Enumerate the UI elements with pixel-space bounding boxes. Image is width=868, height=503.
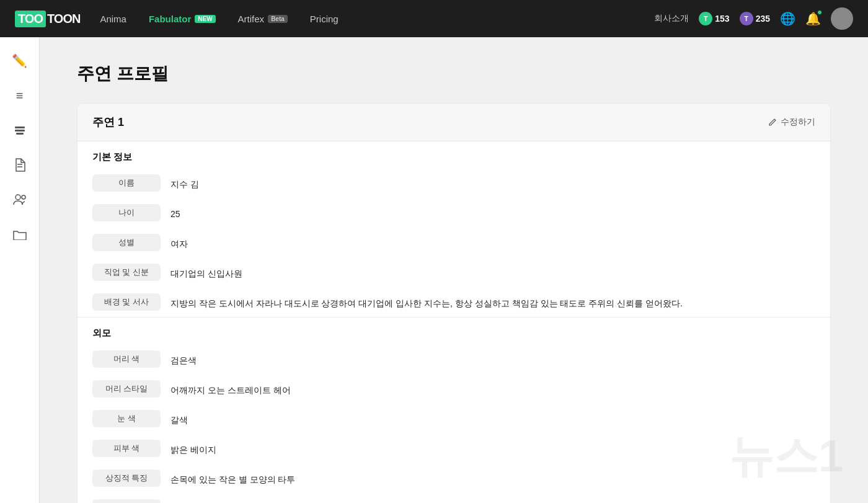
- field-value-name: 지수 김: [170, 174, 199, 191]
- logo[interactable]: TOO TOON: [15, 11, 80, 27]
- field-eye-color: 눈 색 갈색: [78, 404, 830, 434]
- logo-too: TOO: [15, 11, 46, 27]
- character-card: 주연 1 수정하기 기본 정보 이름 지수 김 나이 25: [77, 103, 831, 503]
- nav-pricing[interactable]: Pricing: [310, 14, 339, 24]
- badge-beta: Beta: [268, 15, 288, 23]
- nav-links: Anima Fabulator NEW Artifex Beta Pricing: [100, 14, 634, 24]
- field-label-eye-color: 눈 색: [92, 410, 161, 427]
- field-value-eye-color: 갈색: [170, 410, 188, 427]
- field-label-skin-color: 피부 색: [92, 440, 161, 457]
- sidebar-pencil-icon[interactable]: ✏️: [9, 50, 31, 72]
- field-skin-color: 피부 색 밝은 베이지: [78, 434, 830, 463]
- main-content: 주연 프로필 주연 1 수정하기 기본 정보 이름 지수 김: [40, 37, 868, 503]
- basic-info-section: 기본 정보 이름 지수 김 나이 25 성별 여자 직업 및 신분 대기업의 신…: [78, 141, 830, 318]
- field-value-gender: 여자: [170, 234, 188, 251]
- badge-new: NEW: [195, 15, 215, 23]
- field-label-hair-color: 머리 색: [92, 350, 161, 368]
- sidebar-list-icon[interactable]: ≡: [9, 84, 31, 107]
- field-hair-color: 머리 색 검은색: [78, 344, 830, 374]
- field-label-background: 배경 및 서사: [92, 293, 161, 311]
- field-label-hair-style: 머리 스타일: [92, 380, 161, 398]
- field-value-outfit: 깔끔하고 단정한 비즈니스 캐주얼: [170, 499, 299, 503]
- field-value-distinctive: 손목에 있는 작은 별 모양의 타투: [170, 470, 295, 486]
- field-age: 나이 25: [78, 198, 830, 228]
- card-header: 주연 1 수정하기: [78, 104, 830, 141]
- sidebar-file-icon[interactable]: [9, 154, 31, 176]
- token2-badge: T 235: [740, 12, 770, 25]
- svg-point-5: [16, 195, 20, 200]
- notification-dot: [817, 10, 822, 15]
- page-title: 주연 프로필: [77, 62, 831, 86]
- basic-info-title: 기본 정보: [78, 141, 830, 168]
- nav-anima[interactable]: Anima: [100, 14, 126, 24]
- appearance-title: 외모: [78, 318, 830, 344]
- token1-badge: T 153: [699, 12, 729, 25]
- pencil-icon: [768, 118, 777, 127]
- nav-artifex[interactable]: Artifex Beta: [238, 14, 288, 24]
- logo-toon: TOON: [47, 12, 80, 26]
- field-occupation: 직업 및 신분 대기업의 신입사원: [78, 257, 830, 287]
- globe-icon[interactable]: 🌐: [780, 11, 795, 26]
- svg-rect-0: [15, 127, 25, 128]
- field-value-age: 25: [170, 204, 180, 221]
- field-value-hair-style: 어깨까지 오는 스트레이트 헤어: [170, 380, 291, 397]
- edit-button[interactable]: 수정하기: [768, 117, 815, 128]
- field-outfit: 의상 깔끔하고 단정한 비즈니스 캐주얼: [78, 493, 830, 503]
- field-value-occupation: 대기업의 신입사원: [170, 264, 242, 280]
- token1-icon: T: [699, 12, 712, 25]
- field-label-occupation: 직업 및 신분: [92, 264, 161, 281]
- field-value-background: 지방의 작은 도시에서 자라나 대도시로 상경하여 대기업에 입사한 지수는, …: [170, 293, 683, 310]
- field-label-gender: 성별: [92, 234, 161, 251]
- nav-right: 회사소개 T 153 T 235 🌐 🔔: [654, 7, 853, 30]
- bell-icon[interactable]: 🔔: [805, 11, 821, 26]
- field-label-name: 이름: [92, 174, 161, 192]
- field-label-distinctive: 상징적 특징: [92, 470, 161, 487]
- field-value-skin-color: 밝은 베이지: [170, 440, 216, 456]
- avatar[interactable]: [831, 7, 853, 30]
- sidebar-users-icon[interactable]: [9, 189, 31, 211]
- field-label-outfit: 의상: [92, 499, 161, 503]
- field-background: 배경 및 서사 지방의 작은 도시에서 자라나 대도시로 상경하여 대기업에 입…: [78, 287, 830, 317]
- card-title: 주연 1: [92, 115, 124, 130]
- field-distinctive-feature: 상징적 특징 손목에 있는 작은 별 모양의 타투: [78, 463, 830, 493]
- sidebar-layers-icon[interactable]: [9, 119, 31, 141]
- layout: ✏️ ≡: [0, 37, 868, 503]
- field-value-hair-color: 검은색: [170, 350, 197, 367]
- token1-value: 153: [715, 14, 729, 24]
- svg-rect-1: [15, 130, 25, 131]
- appearance-section: 외모 머리 색 검은색 머리 스타일 어깨까지 오는 스트레이트 헤어 눈 색 …: [78, 318, 830, 503]
- nav-fabulator[interactable]: Fabulator NEW: [149, 14, 216, 24]
- field-gender: 성별 여자: [78, 228, 830, 257]
- nav-company[interactable]: 회사소개: [654, 13, 689, 24]
- svg-point-6: [22, 195, 25, 199]
- token2-icon: T: [740, 12, 753, 25]
- navbar: TOO TOON Anima Fabulator NEW Artifex Bet…: [0, 0, 868, 37]
- sidebar-folder-icon[interactable]: [9, 223, 31, 246]
- field-hair-style: 머리 스타일 어깨까지 오는 스트레이트 헤어: [78, 374, 830, 404]
- field-name: 이름 지수 김: [78, 168, 830, 198]
- field-label-age: 나이: [92, 204, 161, 221]
- svg-rect-2: [16, 133, 24, 135]
- sidebar: ✏️ ≡: [0, 37, 40, 503]
- token2-value: 235: [756, 14, 770, 24]
